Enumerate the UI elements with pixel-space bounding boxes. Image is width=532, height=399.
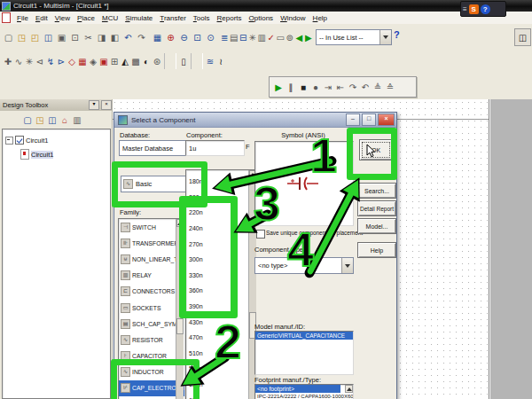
family-item-switch[interactable]: ⊣ SWITCH — [119, 219, 184, 235]
zoom-out-icon[interactable]: ⊖ — [177, 30, 191, 44]
help-button[interactable]: Help — [357, 242, 396, 258]
chevron-down-icon[interactable] — [379, 30, 391, 44]
dialog-close-button[interactable]: × — [378, 113, 395, 126]
place-basic-icon[interactable]: ∿ — [13, 53, 24, 69]
help-icon[interactable]: ? — [394, 29, 400, 40]
footprint-list[interactable]: <no footprint> IPC-2221A/2222 / CAPPA160… — [254, 384, 354, 399]
menu-item[interactable]: File — [13, 14, 32, 22]
place-source-icon[interactable]: ✚ — [3, 53, 13, 69]
family-item-sockets[interactable]: ▭ SOCKETS — [119, 300, 184, 316]
footprint-value[interactable]: <no footprint> — [255, 385, 340, 393]
remove-breakpoints-button[interactable]: ≙ — [384, 80, 396, 94]
family-item-transformer[interactable]: ⊪ TRANSFORMER — [119, 235, 184, 251]
family-item-non-linear-transf[interactable]: ⊎ NON_LINEAR_TRANSF — [119, 251, 184, 267]
menu-item[interactable]: View — [51, 14, 74, 22]
ime-menu-icon[interactable]: ≡ — [463, 5, 467, 13]
menu-item[interactable]: Options — [246, 14, 278, 22]
cut-icon[interactable]: ✂ — [82, 30, 95, 44]
place-misc-digital-icon[interactable]: ▦ — [77, 53, 88, 69]
tree-expander-icon[interactable] — [5, 137, 13, 145]
open-file-icon[interactable]: ◳ — [15, 30, 28, 44]
document-icon[interactable] — [2, 12, 11, 23]
tree-child-row[interactable]: Circuit1 — [3, 147, 110, 161]
family-item-relay[interactable]: ▥ RELAY — [119, 268, 184, 284]
model-manuf-list[interactable]: Generic/VIRTUAL_CAPACITANCE — [254, 331, 354, 375]
print-preview-icon[interactable]: ⊡ — [68, 30, 82, 44]
family-item-resistor[interactable]: ∿ RESISTOR — [119, 332, 184, 348]
save-icon[interactable]: ◫ — [46, 113, 59, 126]
family-item-connectors[interactable]: ⊏ CONNECTORS — [119, 284, 184, 300]
family-item-sch-cap-syms[interactable]: ▤ SCH_CAP_SYMS — [119, 316, 184, 332]
footprint-value-2[interactable]: IPC-2221A/2222 / CAPPA1600-1000X600 — [255, 393, 353, 399]
scrollbar-thumb[interactable] — [176, 318, 184, 334]
rename-icon[interactable]: ▥ — [71, 113, 83, 126]
design-toolbox-icon[interactable]: ≣ — [220, 30, 230, 44]
step-over-button[interactable]: ⇤ — [334, 80, 347, 94]
new-sheet-icon[interactable]: ▢ — [21, 113, 34, 126]
fullscreen-icon[interactable]: ▦ — [151, 30, 164, 44]
door-icon[interactable]: ◫ — [514, 28, 531, 46]
spreadsheet-view-icon[interactable]: ▤ — [230, 30, 239, 44]
forward-annotate-icon[interactable]: ▶ — [304, 30, 314, 44]
run-button[interactable]: ▶ — [272, 80, 285, 94]
run-to-cursor-button[interactable]: ↶ — [359, 80, 372, 94]
erc-check-icon[interactable]: ✓ — [267, 30, 277, 44]
undo-icon[interactable]: ↶ — [121, 30, 135, 44]
copy-icon[interactable]: ◨ — [95, 30, 108, 44]
place-mixed-icon[interactable]: ◈ — [88, 53, 98, 69]
in-use-list-combobox[interactable]: -- In Use List -- — [316, 29, 392, 45]
dialog-title-bar[interactable]: Select a Component – □ × — [114, 113, 396, 128]
stop-button[interactable]: ■ — [297, 80, 309, 94]
variant-manager-icon[interactable]: ▥ — [257, 30, 267, 44]
place-analog-icon[interactable]: ↯ — [45, 53, 56, 69]
menu-item[interactable]: Window — [277, 14, 309, 22]
place-connector-icon[interactable]: ▯ — [178, 53, 189, 69]
menu-item[interactable]: Place — [74, 14, 98, 22]
panel-menu-button[interactable]: ▾ — [89, 100, 99, 110]
zoom-area-icon[interactable]: ⊡ — [191, 30, 204, 44]
place-rf-icon[interactable]: ◐ — [141, 53, 152, 69]
dialog-minimize-button[interactable]: – — [346, 113, 360, 126]
place-transistor-icon[interactable]: ⊲ — [35, 53, 45, 69]
save-unique-checkbox[interactable] — [256, 230, 265, 239]
place-advanced-peripherals-icon[interactable]: ▩ — [130, 53, 141, 69]
place-diode-icon[interactable]: ✳ — [24, 53, 35, 69]
tree-root-row[interactable]: Circuit1 — [3, 133, 110, 147]
chevron-down-icon[interactable] — [341, 258, 353, 273]
grapher-icon[interactable]: ▭ — [276, 30, 286, 44]
tree-checkbox[interactable] — [15, 136, 24, 145]
postprocessor-icon[interactable]: ⊚ — [286, 30, 295, 44]
ime-sogou-icon[interactable]: S — [469, 4, 479, 14]
save-icon[interactable]: ◫ — [42, 30, 55, 44]
toggle-breakpoint-button[interactable]: ≜ — [372, 80, 384, 94]
pause-button[interactable]: ∥ — [285, 80, 297, 94]
place-ttl-icon[interactable]: ⊳ — [56, 53, 66, 69]
database-manager-icon[interactable]: ⊟ — [239, 30, 248, 44]
step-out-button[interactable]: ↷ — [347, 80, 359, 94]
model-button[interactable]: Model... — [357, 218, 396, 234]
menu-item[interactable]: Edit — [32, 14, 51, 22]
place-power-icon[interactable]: ⊞ — [109, 53, 120, 69]
input-method-badge[interactable]: ≡ S ? — [460, 1, 506, 17]
menu-item[interactable]: Help — [309, 14, 331, 22]
menu-item[interactable]: Reports — [214, 14, 246, 22]
step-into-button[interactable]: ⇥ — [322, 80, 334, 94]
place-misc-icon[interactable]: ◭ — [120, 53, 130, 69]
dialog-maximize-button[interactable]: □ — [362, 113, 376, 126]
open-sample-icon[interactable]: ◰ — [28, 30, 42, 44]
model-manuf-value[interactable]: Generic/VIRTUAL_CAPACITANCE — [255, 332, 353, 340]
separator[interactable] — [191, 53, 203, 69]
search-button[interactable]: Search... — [357, 183, 396, 199]
zoom-fit-icon[interactable]: ⊙ — [204, 30, 217, 44]
tree-root-label[interactable]: Circuit1 — [26, 137, 48, 145]
bus-icon[interactable]: ≀ — [215, 53, 226, 69]
redo-icon[interactable]: ↷ — [135, 30, 148, 44]
place-cmos-icon[interactable]: ◇ — [66, 53, 77, 69]
wire-icon[interactable]: ≋ — [205, 53, 215, 69]
place-indicator-icon[interactable]: ▣ — [98, 53, 109, 69]
paste-icon[interactable]: ◧ — [108, 30, 121, 44]
separator[interactable] — [164, 53, 176, 69]
component-input[interactable]: 1u — [185, 140, 245, 156]
zoom-in-icon[interactable]: ⊕ — [164, 30, 177, 44]
open-icon[interactable]: ◳ — [34, 113, 46, 126]
